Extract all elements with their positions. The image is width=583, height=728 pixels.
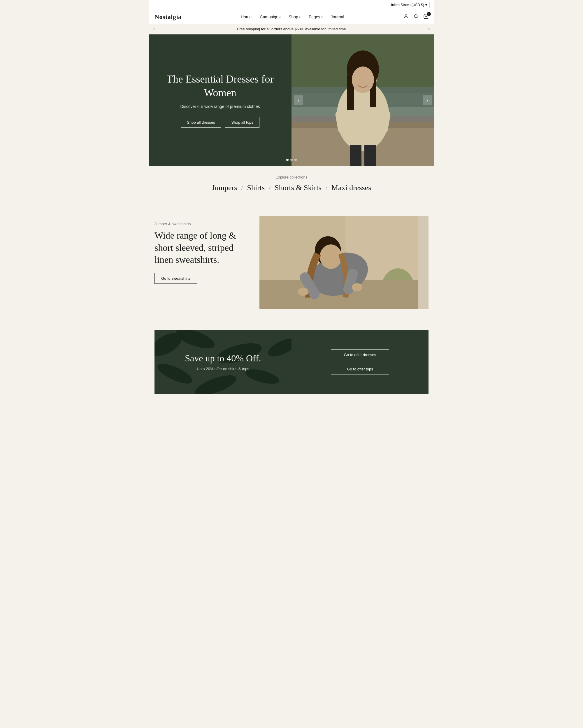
sep-1: / — [241, 184, 243, 192]
offer-tops-button[interactable]: Go to offer tops — [331, 364, 389, 374]
collections-label: Explore collections — [155, 175, 428, 179]
nav-home[interactable]: Home — [241, 15, 252, 19]
collection-jumpers[interactable]: Jumpers — [212, 183, 237, 192]
svg-point-1 — [414, 15, 417, 18]
svg-point-0 — [405, 15, 407, 16]
hero-dot-1[interactable] — [286, 159, 288, 161]
jumper-title: Wide range of long & short sleeved, stri… — [155, 230, 248, 266]
go-to-sweatshirts-button[interactable]: Go to sweatshirts — [155, 273, 197, 284]
divider-2 — [155, 321, 428, 321]
hero-dots — [286, 159, 297, 161]
announcement-next[interactable]: › — [428, 27, 430, 32]
svg-point-32 — [298, 288, 308, 296]
header: Nostalgia Home Campaigns Shop ▾ Pages ▾ … — [149, 10, 434, 24]
shop-dropdown-arrow: ▾ — [299, 16, 301, 19]
hero-dot-3[interactable] — [295, 159, 297, 161]
hero-subtitle: Discover our wide range of premium cloth… — [180, 104, 260, 109]
hero-content: The Essential Dresses for Women Discover… — [149, 34, 292, 166]
logo[interactable]: Nostalgia — [155, 13, 182, 21]
announcement-text: Free shipping for all orders above $500.… — [237, 27, 346, 31]
top-bar: United States (USD $) ▾ — [149, 0, 434, 10]
svg-point-29 — [320, 244, 342, 269]
hero-prev[interactable]: ‹ — [294, 95, 303, 105]
nav-pages-label[interactable]: Pages — [309, 15, 321, 19]
sep-2: / — [269, 184, 271, 192]
offer-left: Save up to 40% Off. Upto 20% offer on sh… — [155, 330, 292, 394]
offer-subtitle: Upto 20% offer on shirts & tops — [197, 367, 249, 371]
hero-title: The Essential Dresses for Women — [160, 72, 280, 100]
nav-pages[interactable]: Pages ▾ — [309, 15, 323, 19]
main-nav: Home Campaigns Shop ▾ Pages ▾ Journal — [241, 15, 344, 19]
svg-point-15 — [352, 67, 374, 93]
nav-icons: 1 — [404, 14, 428, 20]
jumper-image — [259, 216, 428, 309]
collection-shirts[interactable]: Shirts — [247, 183, 265, 192]
offer-title: Save up to 40% Off. — [185, 353, 261, 364]
currency-chevron: ▾ — [425, 3, 427, 7]
svg-line-2 — [417, 17, 418, 18]
offer-right: Go to offer dresses Go to offer tops — [292, 330, 428, 394]
svg-rect-26 — [418, 216, 428, 309]
nav-shop[interactable]: Shop ▾ — [288, 15, 301, 19]
hero-image-svg — [292, 34, 434, 166]
nav-campaigns[interactable]: Campaigns — [260, 15, 280, 19]
currency-selector[interactable]: United States (USD $) ▾ — [387, 2, 430, 8]
jumper-section: Jumper & sweatshirts Wide range of long … — [149, 204, 434, 321]
shop-tops-button[interactable]: Shop all tops — [225, 117, 259, 128]
nav-shop-label[interactable]: Shop — [288, 15, 298, 19]
account-icon[interactable] — [404, 14, 409, 20]
hero-dot-2[interactable] — [290, 159, 293, 161]
cart-icon[interactable]: 1 — [423, 14, 428, 20]
collection-maxi-dresses[interactable]: Maxi dresses — [331, 183, 371, 192]
svg-point-33 — [352, 283, 362, 291]
collections-links: Jumpers / Shirts / Shorts & Skirts / Max… — [155, 183, 428, 192]
announcement-bar: ‹ Free shipping for all orders above $50… — [149, 24, 434, 34]
svg-rect-18 — [350, 145, 361, 166]
hero-next[interactable]: › — [423, 95, 432, 105]
collection-shorts-skirts[interactable]: Shorts & Skirts — [275, 183, 321, 192]
jumper-tag: Jumper & sweatshirts — [155, 222, 248, 226]
hero-section: The Essential Dresses for Women Discover… — [149, 34, 434, 166]
announcement-prev[interactable]: ‹ — [153, 27, 155, 32]
offer-dresses-button[interactable]: Go to offer dresses — [331, 349, 389, 360]
shop-dresses-button[interactable]: Shop all dresses — [181, 117, 221, 128]
sep-3: / — [326, 184, 327, 192]
jumper-text: Jumper & sweatshirts Wide range of long … — [155, 216, 248, 284]
offer-section: Save up to 40% Off. Upto 20% offer on sh… — [155, 330, 428, 394]
svg-rect-19 — [364, 145, 376, 166]
currency-label: United States (USD $) — [389, 3, 424, 7]
hero-buttons: Shop all dresses Shop all tops — [181, 117, 259, 128]
hero-image: ‹ › — [292, 34, 434, 166]
nav-journal[interactable]: Journal — [331, 15, 344, 19]
cart-badge: 1 — [427, 12, 431, 16]
pages-dropdown-arrow: ▾ — [321, 16, 323, 19]
search-icon[interactable] — [413, 14, 419, 20]
collections-section: Explore collections Jumpers / Shirts / S… — [149, 166, 434, 198]
jumper-image-svg — [259, 216, 428, 309]
